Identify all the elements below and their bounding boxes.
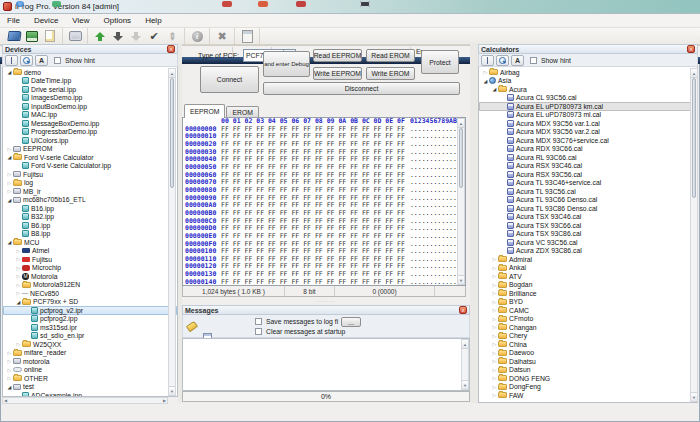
info-icon[interactable] (189, 29, 205, 43)
expand-icon[interactable]: ▷ (491, 332, 498, 340)
tree-item[interactable]: ◢Ford V-serie Calculator (3, 153, 177, 162)
tree-item[interactable]: ▷BYD (479, 298, 697, 307)
expand-icon[interactable]: ▷ (491, 255, 498, 263)
expand-icon[interactable]: ▷ (491, 349, 498, 357)
tree-item[interactable]: ▷CAMC (479, 306, 697, 315)
tree-item[interactable]: Acura TSX 93C66.cal (479, 221, 697, 230)
scroll-up-icon[interactable]: ▲ (169, 69, 175, 78)
collapse-icon[interactable]: ◢ (15, 298, 22, 306)
expand-icon[interactable]: ▷ (15, 247, 22, 255)
tree-item[interactable]: ▷motorola (3, 357, 177, 366)
tree-item[interactable]: Acura EL uPD780973 ml.cal (479, 111, 697, 120)
calculators-close-icon[interactable]: x (687, 45, 695, 53)
expand-icon[interactable]: ▷ (491, 357, 498, 365)
tree-item[interactable]: ◢MCU (3, 238, 177, 247)
expand-icon[interactable]: ▷ (6, 357, 13, 365)
tree-item[interactable]: Acura EL uPD780973 km.cal (479, 102, 697, 111)
devices-font-button[interactable] (35, 55, 48, 66)
tree-item[interactable]: ▷Daihatsu (479, 357, 697, 366)
tree-item[interactable]: Acura TSX 93C46.cal (479, 213, 697, 222)
tree-item[interactable]: Acura TL 93C46+service.cal (479, 179, 697, 188)
tree-item[interactable]: ▷China (479, 340, 697, 349)
expand-icon[interactable]: ▷ (491, 281, 498, 289)
collapse-icon[interactable]: ◢ (6, 196, 13, 204)
tree-item[interactable]: ▷Changan (479, 323, 697, 332)
tree-item[interactable]: ◢test (3, 383, 177, 392)
scrollbar-thumb[interactable] (459, 128, 463, 188)
devices-treeview-button[interactable] (5, 55, 18, 66)
protect-button[interactable]: Protect (421, 50, 459, 74)
menu-options[interactable]: Options (97, 16, 139, 25)
tree-item[interactable]: ◢demo (3, 68, 177, 77)
scroll-up-icon[interactable]: ▲ (458, 119, 464, 128)
tree-item[interactable]: Acura TL 93C66 Denso.cal (479, 196, 697, 205)
taskbar-app-icon[interactable] (296, 1, 306, 7)
expand-icon[interactable]: ▷ (15, 340, 22, 348)
tree-item[interactable]: Acura RL 93C66.cal (479, 153, 697, 162)
expand-icon[interactable]: ▷ (491, 298, 498, 306)
scroll-up-icon[interactable]: ▲ (462, 340, 468, 349)
write-up-icon[interactable] (92, 29, 108, 43)
hex-grid[interactable]: 00 01 02 03 04 05 06 07 08 09 0A 0B 0C 0… (182, 117, 466, 286)
menu-file[interactable]: File (0, 16, 27, 25)
tree-item[interactable]: ▷W25QXX (3, 340, 177, 349)
expand-icon[interactable]: ▷ (6, 179, 13, 187)
tree-item[interactable]: Acura TL 93C86 Denso.cal (479, 204, 697, 213)
programmer-icon[interactable] (67, 29, 83, 43)
messages-close-icon[interactable]: x (459, 306, 467, 314)
expand-icon[interactable]: ▷ (491, 289, 498, 297)
scrollbar-thumb[interactable] (170, 78, 174, 188)
tree-item[interactable]: ◢Asia (479, 77, 697, 86)
tree-item[interactable]: ▷Daewoo (479, 349, 697, 358)
expand-icon[interactable]: ▷ (491, 264, 498, 272)
messages-list[interactable] (182, 338, 470, 391)
collapse-icon[interactable]: ◢ (6, 383, 13, 391)
tree-item[interactable]: ms315sd.ipr (3, 323, 177, 332)
tree-item[interactable]: ▷Airbag (479, 68, 697, 77)
expand-icon[interactable]: ▷ (6, 374, 13, 382)
scroll-right-icon[interactable]: ▶ (163, 398, 166, 403)
collapse-icon[interactable]: ◢ (482, 77, 489, 85)
tree-item[interactable]: ▷mifare_reader (3, 349, 177, 358)
tree-item[interactable]: Acura TSX 93C86.cal (479, 230, 697, 239)
tree-item[interactable]: ▷Datsun (479, 366, 697, 375)
scroll-down-icon[interactable]: ▼ (458, 275, 464, 284)
tree-item[interactable]: ▷Bogdan (479, 281, 697, 290)
tree-item[interactable]: Acura ZDX 93C86.cal (479, 247, 697, 256)
start-orb-icon[interactable] (16, 1, 24, 7)
expand-icon[interactable]: ▷ (15, 281, 22, 289)
expand-icon[interactable]: ▷ (6, 187, 13, 195)
connect-button[interactable]: Connect (200, 66, 259, 93)
hex-row[interactable]: 00000140FF FF FF FF FF FF FF FF FF FF FF… (183, 279, 465, 286)
tree-item[interactable]: B8.ipp (3, 230, 177, 239)
expand-icon[interactable]: ▷ (491, 315, 498, 323)
menu-view[interactable]: View (65, 16, 96, 25)
tree-item[interactable]: Acura CL 93C56.cal (479, 94, 697, 103)
expand-icon[interactable]: ▷ (482, 68, 489, 76)
tree-item[interactable]: Acura MDX 93C76+service.cal (479, 136, 697, 145)
devices-search-button[interactable] (20, 55, 33, 66)
tree-item[interactable]: Acura RDX 93C66.cal (479, 145, 697, 154)
write-eeprom-button[interactable]: Write EEPROM (313, 67, 362, 80)
clear-messages-icon[interactable] (186, 321, 198, 332)
tree-item[interactable]: B32.ipp (3, 213, 177, 222)
tree-item[interactable]: pcfprog_v2.ipr (3, 306, 177, 315)
tree-item[interactable]: ▷DONG FENG (479, 374, 697, 383)
tree-item[interactable]: B6.ipp (3, 221, 177, 230)
taskbar-app-icon[interactable] (52, 1, 61, 7)
tree-item[interactable]: ▷Fujitsu (3, 255, 177, 264)
collapse-icon[interactable]: ◢ (6, 68, 13, 76)
expand-icon[interactable]: ▷ (6, 170, 13, 178)
tree-item[interactable]: Acura TL 93C56.cal (479, 187, 697, 196)
tree-item[interactable]: ▷Microchip (3, 264, 177, 273)
tree-item[interactable]: sd_sdio_en.ipr (3, 332, 177, 341)
tree-item[interactable]: Acura RSX 93C46.cal (479, 162, 697, 171)
tree-item[interactable]: ◢Acura (479, 85, 697, 94)
collapse-icon[interactable]: ◢ (491, 85, 498, 93)
clear-messages-checkbox[interactable] (255, 328, 262, 335)
expand-icon[interactable]: ▷ (491, 340, 498, 348)
tree-item[interactable]: ▷EEPROM (3, 145, 177, 154)
new-file-icon[interactable] (42, 29, 58, 43)
tree-item[interactable]: Acura MDX 93C56 var.2.cal (479, 128, 697, 137)
expand-icon[interactable]: ▷ (15, 264, 22, 272)
